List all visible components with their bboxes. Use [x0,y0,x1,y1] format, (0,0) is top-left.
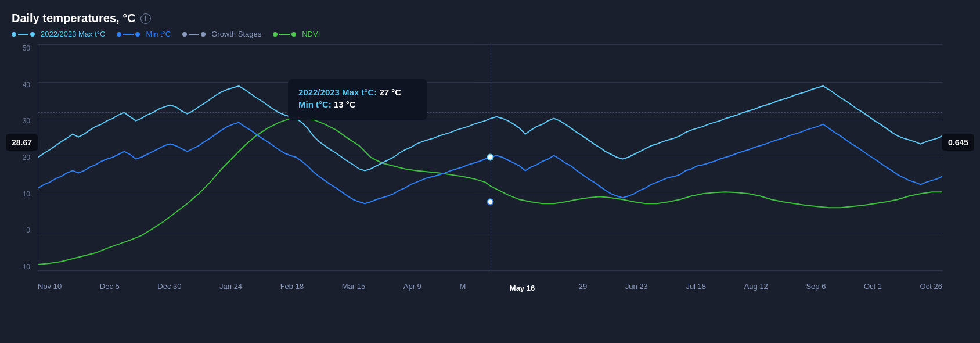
x-label-oct26: Oct 26 [920,282,942,294]
min-temp-line [38,123,942,204]
x-label-29: 29 [579,282,587,294]
x-label-mar15: Mar 15 [342,282,365,294]
tooltip-min-row: Min t°C: 13 °C [298,99,417,109]
ndvi-line [38,119,942,265]
x-label-oct1: Oct 1 [864,282,882,294]
x-label-dec30: Dec 30 [157,282,181,294]
x-label-aug12: Aug 12 [744,282,768,294]
left-badge: 28.67 [6,134,38,151]
legend-dot-max [12,32,16,37]
legend-item-max: 2022/2023 Max t°C [12,30,105,38]
y-label-neg10: -10 [20,263,30,271]
tooltip-max-row: 2022/2023 Max t°C: 27 °C [298,87,417,97]
x-axis: Nov 10 Dec 5 Dec 30 Jan 24 Feb 18 Mar 15… [38,282,942,294]
min-cursor-point [488,199,493,205]
y-label-50: 50 [23,44,30,52]
y-label-40: 40 [23,81,30,89]
y-label-20: 20 [23,153,30,162]
legend-label-max: 2022/2023 Max t°C [41,30,105,38]
legend-label-min: Min t°C [146,30,171,38]
max-cursor-point [488,155,493,160]
title-text: Daily temperatures, °C [12,12,136,25]
tooltip: 2022/2023 Max t°C: 27 °C Min t°C: 13 °C [288,79,427,120]
y-label-0: 0 [26,226,30,234]
legend-item-min: Min t°C [117,30,171,38]
chart-container: Daily temperatures, °C i 2022/2023 Max t… [0,0,980,343]
right-badge: 0.645 [942,134,974,151]
x-label-m: M [459,282,466,294]
x-label-jul18: Jul 18 [686,282,706,294]
x-label-dec5: Dec 5 [100,282,120,294]
legend-label-growth: Growth Stages [211,30,261,38]
x-label-jan24: Jan 24 [219,282,242,294]
x-label-apr9: Apr 9 [403,282,421,294]
y-label-30: 30 [23,117,30,125]
legend-line-max [18,34,28,35]
chart-plot-area: 2022/2023 Max t°C: 27 °C Min t°C: 13 °C [38,44,942,271]
legend-item-ndvi: NDVI [273,30,320,38]
legend: 2022/2023 Max t°C Min t°C Growth Stages [6,30,974,38]
chart-title: Daily temperatures, °C i [6,12,974,25]
x-label-nov10: Nov 10 [38,282,62,294]
legend-item-growth: Growth Stages [182,30,261,38]
x-label-sep6: Sep 6 [806,282,826,294]
y-axis: 50 40 30 20 10 0 -10 [6,44,35,271]
chart-area: 28.67 0.645 50 40 30 20 10 0 -10 [6,44,974,312]
x-label-feb18: Feb 18 [280,282,304,294]
x-label-may16: May 16 [504,282,541,294]
info-icon[interactable]: i [140,13,151,24]
y-label-10: 10 [23,190,30,198]
x-label-jun23: Jun 23 [625,282,648,294]
legend-label-ndvi: NDVI [302,30,320,38]
chart-svg [38,44,942,270]
